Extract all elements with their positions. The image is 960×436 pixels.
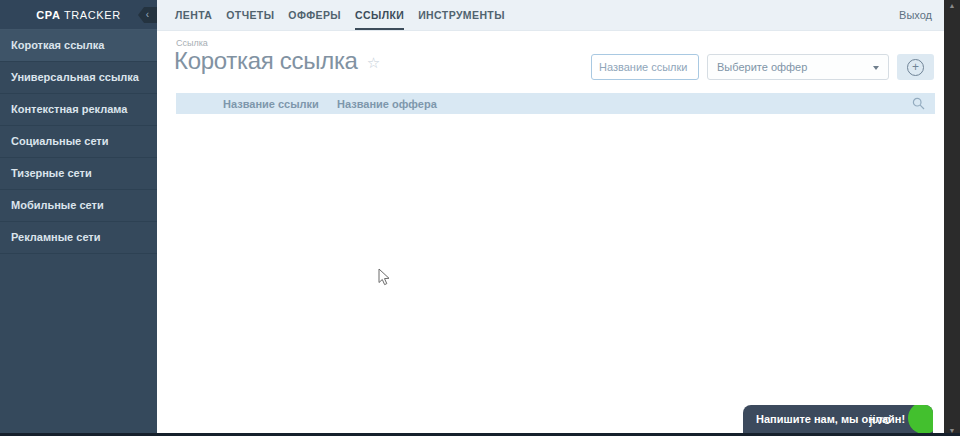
sidebar-item-teaser-networks[interactable]: Тизерные сети bbox=[0, 158, 157, 190]
sidebar-item-social-networks[interactable]: Социальные сети bbox=[0, 126, 157, 158]
app-logo-bold: CPA bbox=[36, 9, 60, 21]
main-area: ЛЕНТА ОТЧЕТЫ ОФФЕРЫ ССЫЛКИ ИНСТРУМЕНТЫ В… bbox=[157, 0, 944, 433]
chat-green-badge bbox=[908, 405, 933, 433]
chat-widget[interactable]: Напишите нам, мы онлайн! jivo bbox=[743, 405, 933, 433]
offer-select[interactable]: Выберите оффер bbox=[707, 54, 889, 80]
sidebar-item-mobile-networks[interactable]: Мобильные сети bbox=[0, 190, 157, 222]
table-header-row: Название ссылки Название оффера bbox=[176, 93, 935, 114]
tab-offers[interactable]: ОФФЕРЫ bbox=[288, 0, 341, 30]
mouse-cursor-icon bbox=[378, 268, 390, 290]
sidebar-collapse-button[interactable]: ‹ bbox=[138, 7, 157, 23]
logout-link[interactable]: Выход bbox=[899, 0, 944, 30]
app-logo: CPA TRACKER bbox=[36, 9, 120, 21]
tab-links[interactable]: ССЫЛКИ bbox=[355, 0, 404, 30]
tab-feed[interactable]: ЛЕНТА bbox=[175, 0, 212, 30]
page-title-row: Короткая ссылка ☆ bbox=[174, 47, 380, 75]
sidebar-item-ad-networks[interactable]: Рекламные сети bbox=[0, 222, 157, 254]
page-content: Ссылка Короткая ссылка ☆ Выберите оффер … bbox=[157, 31, 944, 433]
sidebar: CPA TRACKER ‹ Короткая ссылка Универсаль… bbox=[0, 0, 157, 433]
search-icon[interactable] bbox=[912, 97, 925, 110]
top-navigation: ЛЕНТА ОТЧЕТЫ ОФФЕРЫ ССЫЛКИ ИНСТРУМЕНТЫ В… bbox=[157, 0, 944, 31]
sidebar-item-contextual-ads[interactable]: Контекстная реклама bbox=[0, 94, 157, 126]
vertical-scrollbar[interactable]: ▲ ▼ bbox=[944, 0, 960, 436]
column-header-offer-name: Название оффера bbox=[337, 98, 437, 110]
tab-bar: ЛЕНТА ОТЧЕТЫ ОФФЕРЫ ССЫЛКИ ИНСТРУМЕНТЫ bbox=[157, 0, 505, 30]
column-header-link-name: Название ссылки bbox=[223, 98, 337, 110]
page-title: Короткая ссылка bbox=[174, 47, 358, 75]
sidebar-header: CPA TRACKER ‹ bbox=[0, 0, 157, 30]
chevron-down-icon bbox=[873, 66, 879, 70]
scroll-up-icon[interactable]: ▲ bbox=[949, 0, 956, 11]
filter-controls: Выберите оффер + bbox=[591, 54, 934, 80]
chat-brand-logo: jivo bbox=[869, 412, 891, 427]
tab-tools[interactable]: ИНСТРУМЕНТЫ bbox=[418, 0, 505, 30]
sidebar-item-universal-link[interactable]: Универсальная ссылка bbox=[0, 62, 157, 94]
link-name-input[interactable] bbox=[591, 54, 699, 80]
tab-reports[interactable]: ОТЧЕТЫ bbox=[226, 0, 274, 30]
favorite-star-icon[interactable]: ☆ bbox=[367, 54, 380, 72]
offer-select-value: Выберите оффер bbox=[717, 61, 807, 73]
add-link-button[interactable]: + bbox=[897, 54, 934, 80]
app-logo-rest: TRACKER bbox=[60, 9, 120, 21]
sidebar-item-short-link[interactable]: Короткая ссылка bbox=[0, 30, 157, 62]
plus-icon: + bbox=[907, 59, 924, 76]
